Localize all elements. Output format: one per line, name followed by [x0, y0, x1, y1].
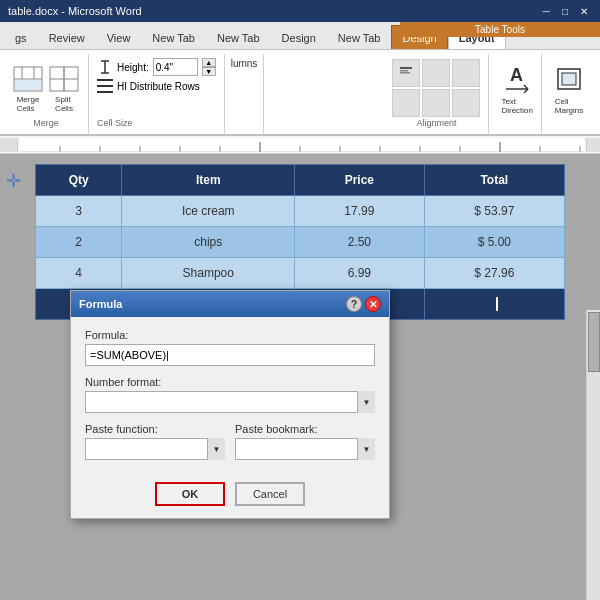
ruler-inner	[20, 138, 584, 152]
formula-dialog: Formula ? ✕ Formula: Number format: ▼	[70, 290, 390, 519]
svg-rect-13	[97, 91, 113, 93]
dialog-title-bar: Formula ? ✕	[71, 291, 389, 317]
scroll-thumb[interactable]	[588, 312, 600, 372]
dialog-title: Formula	[79, 298, 122, 310]
cell-qty-3[interactable]: 4	[36, 258, 122, 289]
paste-function-label: Paste function:	[85, 423, 225, 435]
text-direction-group: A TextDirection .	[493, 54, 542, 134]
height-up[interactable]: ▲	[202, 58, 216, 67]
dialog-two-col: Paste function: ▼ Paste bookmark: ▼	[85, 423, 375, 470]
number-format-select[interactable]	[85, 391, 375, 413]
table-header-row: Qty Item Price Total	[36, 165, 565, 196]
total-value-cell[interactable]	[424, 289, 564, 320]
paste-bookmark-field: Paste bookmark: ▼	[235, 423, 375, 460]
distribute-rows-label: HI Distribute Rows	[117, 81, 200, 92]
cell-price-3[interactable]: 6.99	[295, 258, 425, 289]
height-input[interactable]	[153, 58, 198, 76]
text-direction-button[interactable]: A TextDirection	[501, 58, 533, 118]
dialog-help-button[interactable]: ?	[346, 296, 362, 312]
alignment-icons	[392, 58, 480, 118]
maximize-button[interactable]: □	[558, 6, 572, 17]
svg-rect-16	[400, 72, 410, 74]
paste-bookmark-label: Paste bookmark:	[235, 423, 375, 435]
cell-qty-2[interactable]: 2	[36, 227, 122, 258]
paste-bookmark-select[interactable]	[235, 438, 375, 460]
dialog-controls: ? ✕	[346, 296, 381, 312]
cell-total-2[interactable]: $ 5.00	[424, 227, 564, 258]
columns-group: lumns	[225, 54, 265, 134]
cell-total-3[interactable]: $ 27.96	[424, 258, 564, 289]
formula-input[interactable]	[85, 344, 375, 366]
header-qty: Qty	[36, 165, 122, 196]
number-format-label: Number format:	[85, 376, 375, 388]
align-middle-center[interactable]	[422, 89, 450, 117]
header-item: Item	[122, 165, 295, 196]
table-row: 4 Shampoo 6.99 $ 27.96	[36, 258, 565, 289]
minimize-button[interactable]: ─	[539, 6, 554, 17]
cell-size-group: Height: ▲ ▼ HI Distribute Rows Cell Size	[89, 54, 225, 134]
paste-bookmark-wrapper: ▼	[235, 438, 375, 460]
dialog-buttons: OK Cancel	[85, 482, 375, 506]
svg-rect-12	[97, 85, 113, 87]
document-area: ✛ Qty Item Price Total 3 Ice cream 17.99…	[0, 154, 600, 600]
header-total: Total	[424, 165, 564, 196]
formula-field: Formula:	[85, 329, 375, 366]
dialog-content: Formula: Number format: ▼ Paste function…	[71, 317, 389, 518]
cell-price-1[interactable]: 17.99	[295, 196, 425, 227]
cell-item-1[interactable]: Ice cream	[122, 196, 295, 227]
tab-design[interactable]: Design	[271, 25, 327, 49]
ribbon: MergeCells SplitCells Merge	[0, 50, 600, 136]
align-middle-left[interactable]	[392, 89, 420, 117]
distribute-rows-button[interactable]: HI Distribute Rows	[97, 79, 216, 93]
add-row-button[interactable]: ✛	[6, 170, 21, 192]
merge-cells-button[interactable]: MergeCells	[12, 63, 44, 113]
merge-group: MergeCells SplitCells Merge	[4, 54, 89, 134]
tab-newtab1[interactable]: New Tab	[141, 25, 206, 49]
number-format-field: Number format: ▼	[85, 376, 375, 413]
table-row: 3 Ice cream 17.99 $ 53.97	[36, 196, 565, 227]
vertical-scrollbar[interactable]	[586, 310, 600, 600]
ribbon-right: Alignment A TextDirection .	[384, 54, 596, 134]
header-price: Price	[295, 165, 425, 196]
dialog-close-button[interactable]: ✕	[365, 296, 381, 312]
tab-gs[interactable]: gs	[4, 25, 38, 49]
text-direction-icon: A	[502, 61, 532, 97]
height-icon	[97, 59, 113, 75]
cell-item-2[interactable]: chips	[122, 227, 295, 258]
ok-button[interactable]: OK	[155, 482, 225, 506]
alignment-group: Alignment	[384, 54, 489, 134]
cell-qty-1[interactable]: 3	[36, 196, 122, 227]
paste-function-wrapper: ▼	[85, 438, 225, 460]
tab-review[interactable]: Review	[38, 25, 96, 49]
cancel-button[interactable]: Cancel	[235, 482, 305, 506]
cell-margins-group: CellMargins .	[546, 54, 592, 134]
cell-margins-button[interactable]: CellMargins	[554, 58, 584, 118]
title-controls: ─ □ ✕	[539, 6, 592, 17]
number-format-wrapper: ▼	[85, 391, 375, 413]
tab-newtab3[interactable]: New Tab	[327, 25, 392, 49]
svg-rect-11	[97, 79, 113, 81]
align-top-left[interactable]	[392, 59, 420, 87]
align-middle-right[interactable]	[452, 89, 480, 117]
align-top-center[interactable]	[422, 59, 450, 87]
close-button[interactable]: ✕	[576, 6, 592, 17]
title-text: table.docx - Microsoft Word	[8, 5, 142, 17]
table-tools-label: Table Tools	[400, 22, 600, 37]
title-bar: table.docx - Microsoft Word ─ □ ✕	[0, 0, 600, 22]
paste-function-select[interactable]	[85, 438, 225, 460]
cell-total-1[interactable]: $ 53.97	[424, 196, 564, 227]
align-top-right[interactable]	[452, 59, 480, 87]
paste-function-field: Paste function: ▼	[85, 423, 225, 460]
tab-newtab2[interactable]: New Tab	[206, 25, 271, 49]
cell-price-2[interactable]: 2.50	[295, 227, 425, 258]
cell-item-3[interactable]: Shampoo	[122, 258, 295, 289]
height-spinner[interactable]: ▲ ▼	[202, 58, 216, 76]
tab-view[interactable]: View	[96, 25, 142, 49]
svg-rect-22	[562, 73, 576, 85]
height-down[interactable]: ▼	[202, 67, 216, 76]
cell-size-label: Cell Size	[97, 118, 216, 130]
split-cells-button[interactable]: SplitCells	[48, 63, 80, 113]
columns-label: lumns	[231, 58, 258, 69]
height-label: Height:	[117, 62, 149, 73]
alignment-label: Alignment	[392, 118, 480, 130]
